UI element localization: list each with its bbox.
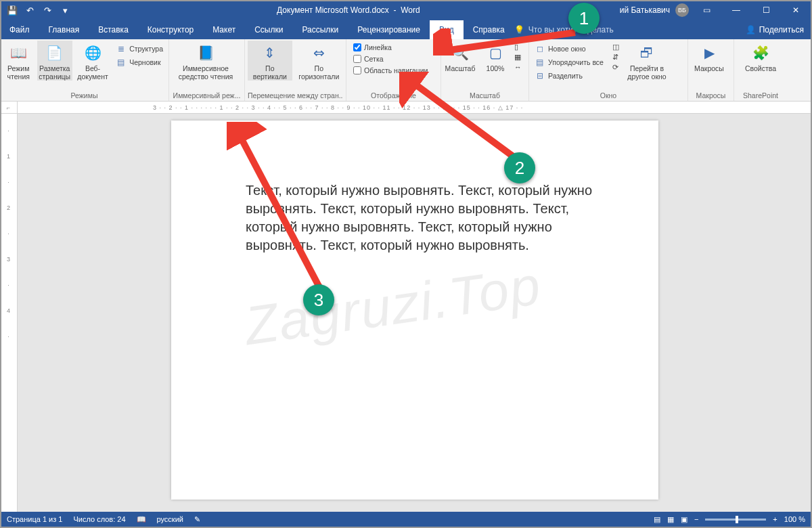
page-width-icon[interactable]: ↔ <box>514 63 522 71</box>
draft-icon: ▤ <box>116 57 126 67</box>
view-read-icon[interactable]: ▤ <box>654 515 660 524</box>
zoom-in-icon[interactable]: + <box>773 515 777 523</box>
split-button[interactable]: ⊟Разделить <box>532 70 610 81</box>
nav-check-input[interactable] <box>353 66 361 74</box>
macros-button[interactable]: ▶Макросы <box>691 41 727 72</box>
annotation-arrow-3 <box>227 122 342 305</box>
vertical-ruler[interactable]: ·1·2·3·4· <box>0 114 18 520</box>
tab-mailings[interactable]: Рассылки <box>292 20 348 39</box>
book-icon: 📖 <box>9 43 28 62</box>
user-name: ий Батькавич <box>620 5 670 15</box>
undo-icon[interactable]: ↶ <box>24 5 35 16</box>
read-mode-button[interactable]: 📖Режим чтения <box>3 41 35 81</box>
annotation-badge-2: 2 <box>504 152 535 183</box>
group-views: 📖Режим чтения 📄Разметка страницы 🌐Веб-до… <box>0 39 169 101</box>
immersive-reader-button[interactable]: 📘Иммерсивное средство чтения <box>172 41 240 81</box>
user-avatar[interactable]: ВБ <box>675 3 689 17</box>
arrange-all-button[interactable]: ▤Упорядочить все <box>532 56 610 68</box>
ribbon-options-icon[interactable]: ▭ <box>694 0 719 20</box>
word-count[interactable]: Число слов: 24 <box>73 515 125 523</box>
sync-scroll-icon[interactable]: ⇵ <box>612 53 619 61</box>
side-by-side-icon[interactable]: ◫ <box>612 43 619 51</box>
outline-button[interactable]: ≣Структура <box>113 43 166 54</box>
page-icon: 📄 <box>45 43 64 62</box>
reset-position-icon[interactable]: ⟳ <box>612 63 619 71</box>
annotation-arrow-1 <box>433 28 582 56</box>
close-button[interactable]: ✕ <box>784 0 808 20</box>
minimize-button[interactable]: — <box>724 0 748 20</box>
document-area: ·1·2·3·4· Текст, который нужно выровнять… <box>0 114 812 520</box>
tab-home[interactable]: Главная <box>39 20 89 39</box>
canvas[interactable]: Текст, который нужно выровнять. Текст, к… <box>18 114 812 520</box>
arrange-icon: ▤ <box>535 57 545 67</box>
zoom-out-icon[interactable]: − <box>694 515 698 523</box>
app-name: Word <box>401 5 420 15</box>
tab-design[interactable]: Конструктор <box>138 20 203 39</box>
spell-check-icon[interactable]: 📖 <box>137 515 146 524</box>
macros-icon: ▶ <box>700 43 719 62</box>
view-web-icon[interactable]: ▣ <box>681 515 687 524</box>
gridlines-checkbox[interactable]: Сетка <box>352 54 429 64</box>
tab-review[interactable]: Рецензирование <box>348 20 430 39</box>
window-title: Документ Microsoft Word.docx - Word <box>77 5 620 15</box>
svg-line-0 <box>440 32 575 51</box>
switch-icon: 🗗 <box>637 43 656 62</box>
titlebar: 💾 ↶ ↷ ▾ Документ Microsoft Word.docx - W… <box>0 0 812 20</box>
ruler-check-input[interactable] <box>353 43 361 51</box>
group-immersive: 📘Иммерсивное средство чтения Иммерсивный… <box>169 39 245 101</box>
page-count[interactable]: Страница 1 из 1 <box>7 515 62 523</box>
zoom-level[interactable]: 100 % <box>784 515 805 523</box>
doc-name: Документ Microsoft Word.docx <box>277 5 389 15</box>
properties-button[interactable]: 🧩Свойства <box>737 41 784 72</box>
tab-file[interactable]: Файл <box>0 20 39 39</box>
save-icon[interactable]: 💾 <box>7 5 18 16</box>
group-macros: ▶Макросы Макросы <box>688 39 734 101</box>
language[interactable]: русский <box>157 515 183 523</box>
tab-layout[interactable]: Макет <box>203 20 245 39</box>
grid-check-input[interactable] <box>353 55 361 63</box>
status-bar: Страница 1 из 1 Число слов: 24 📖 русский… <box>1 512 811 527</box>
outline-icon: ≣ <box>116 43 126 53</box>
switch-windows-button[interactable]: 🗗Перейти в другое окно <box>622 41 672 81</box>
redo-icon[interactable]: ↷ <box>42 5 53 16</box>
quick-access-toolbar: 💾 ↶ ↷ ▾ <box>0 5 77 16</box>
horizontal-icon: ⇔ <box>309 43 328 62</box>
reader-icon: 📘 <box>196 43 215 62</box>
group-page-movement: ⇕По вертикали ⇔По горизонтали Перемещени… <box>245 39 346 101</box>
globe-icon: 🌐 <box>83 43 102 62</box>
tab-insert[interactable]: Вставка <box>89 20 138 39</box>
ruler-corner[interactable]: ⌐ <box>0 102 18 113</box>
qat-dropdown-icon[interactable]: ▾ <box>60 5 70 16</box>
web-layout-button[interactable]: 🌐Веб-документ <box>75 41 110 81</box>
split-icon: ⊟ <box>535 70 545 81</box>
annotation-badge-3: 3 <box>303 284 334 315</box>
ribbon-tabs: Файл Главная Вставка Конструктор Макет С… <box>0 20 812 39</box>
print-layout-button[interactable]: 📄Разметка страницы <box>37 41 72 81</box>
svg-line-2 <box>237 130 321 291</box>
share-button[interactable]: 👤 Поделиться <box>738 25 812 35</box>
vertical-button[interactable]: ⇕По вертикали <box>248 41 292 81</box>
tab-references[interactable]: Ссылки <box>245 20 292 39</box>
vertical-icon: ⇕ <box>261 43 279 62</box>
maximize-button[interactable]: ☐ <box>754 0 778 20</box>
track-changes-icon[interactable]: ✎ <box>194 515 200 524</box>
sharepoint-icon: 🧩 <box>751 43 770 62</box>
annotation-badge-1: 1 <box>568 3 600 34</box>
svg-line-1 <box>407 79 518 160</box>
share-icon: 👤 <box>746 25 756 35</box>
horizontal-button[interactable]: ⇔По горизонтали <box>295 41 343 81</box>
view-print-icon[interactable]: ▦ <box>667 515 674 524</box>
draft-button[interactable]: ▤Черновик <box>113 56 166 68</box>
group-sharepoint: 🧩Свойства SharePoint <box>734 39 787 101</box>
ruler-checkbox[interactable]: Линейка <box>352 43 429 52</box>
zoom-slider[interactable] <box>705 519 766 521</box>
